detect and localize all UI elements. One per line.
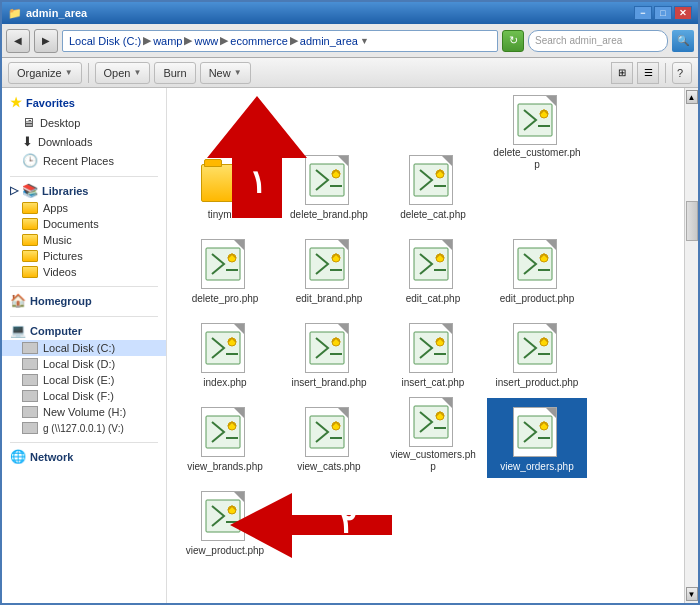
burn-button[interactable]: Burn: [154, 62, 195, 84]
library-expand-icon: ▷: [10, 184, 18, 197]
file-label: tinymce: [208, 209, 242, 221]
title-controls: − □ ✕: [634, 6, 692, 20]
svg-point-48: [540, 422, 548, 430]
sidebar-item-network-v[interactable]: g (\\127.0.0.1) (V:): [2, 420, 166, 436]
vertical-scrollbar[interactable]: ▲ ▼: [684, 88, 698, 603]
sidebar-item-desktop[interactable]: 🖥 Desktop: [2, 113, 166, 132]
file-item-edit-cat[interactable]: edit_cat.php: [383, 230, 483, 310]
file-label: insert_product.php: [496, 377, 579, 389]
libraries-section: ▷ 📚 Libraries Apps Documents Music: [2, 181, 166, 280]
divider-4: [10, 442, 158, 443]
minimize-button[interactable]: −: [634, 6, 652, 20]
sidebar-item-videos[interactable]: Videos: [2, 264, 166, 280]
sidebar-item-apps[interactable]: Apps: [2, 200, 166, 216]
file-label: index.php: [203, 377, 246, 389]
svg-point-15: [228, 254, 236, 262]
open-button[interactable]: Open ▼: [95, 62, 151, 84]
vids-folder-icon: [22, 266, 38, 278]
favorites-header[interactable]: ★ Favorites: [2, 92, 166, 113]
network-icon: 🌐: [10, 449, 26, 464]
maximize-button[interactable]: □: [654, 6, 672, 20]
sidebar-item-pictures[interactable]: Pictures: [2, 248, 166, 264]
libraries-label: Libraries: [42, 185, 88, 197]
file-label: view_customers.php: [388, 449, 478, 473]
address-path[interactable]: Local Disk (C:) ▶ wamp ▶ www ▶ ecommerce…: [62, 30, 498, 52]
file-item-view-customers[interactable]: view_customers.php: [383, 398, 483, 478]
file-label: view_cats.php: [297, 461, 360, 473]
computer-section: 💻 Computer Local Disk (C:) Local Disk (D…: [2, 321, 166, 436]
sidebar-item-local-c[interactable]: Local Disk (C:): [2, 340, 166, 356]
file-item-tinymce[interactable]: tinymce: [175, 146, 275, 226]
scroll-track[interactable]: [686, 104, 698, 587]
library-icon: 📚: [22, 183, 38, 198]
sidebar-item-local-e[interactable]: Local Disk (E:): [2, 372, 166, 388]
forward-button[interactable]: ▶: [34, 29, 58, 53]
organize-button[interactable]: Organize ▼: [8, 62, 82, 84]
search-button[interactable]: 🔍: [672, 30, 694, 52]
refresh-button[interactable]: ↻: [502, 30, 524, 52]
php-icon: [201, 491, 249, 543]
file-item-view-product[interactable]: view_product.php: [175, 482, 275, 562]
details-toggle-button[interactable]: ☰: [637, 62, 659, 84]
help-button[interactable]: ?: [672, 62, 692, 84]
computer-header[interactable]: 💻 Computer: [2, 321, 166, 340]
file-item-view-orders[interactable]: view_orders.php: [487, 398, 587, 478]
file-item-view-brands[interactable]: view_brands.php: [175, 398, 275, 478]
sidebar-item-recent[interactable]: 🕒 Recent Places: [2, 151, 166, 170]
window-icon: 📁: [8, 7, 22, 20]
sidebar-item-local-d[interactable]: Local Disk (D:): [2, 356, 166, 372]
close-button[interactable]: ✕: [674, 6, 692, 20]
downloads-icon: ⬇: [22, 134, 33, 149]
sidebar-item-local-f[interactable]: Local Disk (F:): [2, 388, 166, 404]
file-label: insert_cat.php: [402, 377, 465, 389]
homegroup-icon: 🏠: [10, 293, 26, 308]
svg-point-6: [332, 170, 340, 178]
sidebar-item-music[interactable]: Music: [2, 232, 166, 248]
file-item-delete-cat[interactable]: delete_cat.php: [383, 146, 483, 226]
scroll-thumb[interactable]: [686, 201, 698, 241]
file-item-insert-brand[interactable]: insert_brand.php: [279, 314, 379, 394]
sidebar-item-documents[interactable]: Documents: [2, 216, 166, 232]
file-item-index[interactable]: index.php: [175, 314, 275, 394]
file-label: delete_cat.php: [400, 209, 466, 221]
new-folder-button[interactable]: New ▼: [200, 62, 251, 84]
scroll-down-button[interactable]: ▼: [686, 587, 698, 601]
title-bar-left: 📁 admin_area: [8, 7, 87, 20]
file-item-insert-product[interactable]: insert_product.php: [487, 314, 587, 394]
sidebar-item-newvol-h[interactable]: New Volume (H:): [2, 404, 166, 420]
scroll-up-button[interactable]: ▲: [686, 90, 698, 104]
file-item-view-cats[interactable]: view_cats.php: [279, 398, 379, 478]
file-item-delete-brand[interactable]: delete_brand.php: [279, 146, 379, 226]
back-button[interactable]: ◀: [6, 29, 30, 53]
file-label: delete_customer.php: [492, 147, 582, 171]
file-item-insert-cat[interactable]: insert_cat.php: [383, 314, 483, 394]
search-box[interactable]: Search admin_area: [528, 30, 668, 52]
libraries-header[interactable]: ▷ 📚 Libraries: [2, 181, 166, 200]
file-item-delete-customer[interactable]: delete_customer.php: [487, 96, 587, 176]
svg-point-9: [436, 170, 444, 178]
sidebar-item-label: Videos: [43, 266, 76, 278]
sidebar-item-downloads[interactable]: ⬇ Downloads: [2, 132, 166, 151]
php-icon: [201, 239, 249, 291]
drive-e-icon: [22, 374, 38, 386]
svg-point-42: [332, 422, 340, 430]
toolbar: Organize ▼ Open ▼ Burn New ▼ ⊞ ☰ ?: [2, 58, 698, 88]
svg-point-21: [436, 254, 444, 262]
svg-point-24: [540, 254, 548, 262]
file-label: delete_pro.php: [192, 293, 259, 305]
svg-point-33: [436, 338, 444, 346]
title-bar: 📁 admin_area − □ ✕: [2, 2, 698, 24]
sidebar-item-label: Music: [43, 234, 72, 246]
php-icon: [305, 239, 353, 291]
file-label: view_product.php: [186, 545, 264, 557]
file-item-edit-product[interactable]: edit_product.php: [487, 230, 587, 310]
network-header[interactable]: 🌐 Network: [2, 447, 166, 466]
sidebar-item-label: Pictures: [43, 250, 83, 262]
file-item-delete-pro[interactable]: delete_pro.php: [175, 230, 275, 310]
sidebar-item-label: g (\\127.0.0.1) (V:): [43, 423, 124, 434]
php-icon: [201, 407, 249, 459]
homegroup-header[interactable]: 🏠 Homegroup: [2, 291, 166, 310]
view-toggle-button[interactable]: ⊞: [611, 62, 633, 84]
explorer-window: 📁 admin_area − □ ✕ ◀ ▶ Local Disk (C:) ▶…: [0, 0, 700, 605]
file-item-edit-brand[interactable]: edit_brand.php: [279, 230, 379, 310]
